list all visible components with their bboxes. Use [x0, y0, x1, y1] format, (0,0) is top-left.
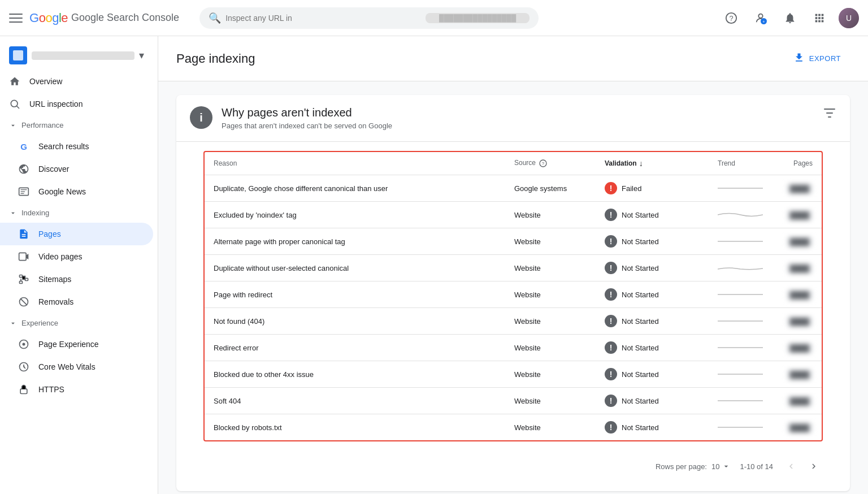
- help-icon[interactable]: ?: [721, 8, 741, 28]
- validation-status-icon: !: [605, 315, 617, 327]
- hamburger-menu[interactable]: [9, 14, 23, 23]
- pages-value: ████: [787, 210, 813, 220]
- validation-cell: ! Not Started: [596, 361, 709, 388]
- rows-per-page-select[interactable]: 10: [711, 462, 731, 471]
- card-header-text: Why pages aren't indexed Pages that aren…: [222, 106, 392, 130]
- pages-cell: ████: [776, 255, 822, 281]
- pages-icon: [18, 228, 29, 240]
- table-wrapper: Reason Source ? Validation: [203, 151, 823, 441]
- sidebar-item-google-news[interactable]: Google News: [0, 180, 153, 203]
- bell-icon[interactable]: [780, 8, 800, 28]
- sidebar-item-removals[interactable]: Removals: [0, 291, 153, 313]
- trend-chart: [718, 183, 763, 194]
- table-row[interactable]: Blocked by robots.txt Website ! Not Star…: [205, 414, 822, 441]
- sidebar-item-discover[interactable]: Discover: [0, 158, 153, 180]
- source-cell: Website: [505, 202, 596, 228]
- account-icon[interactable]: +: [750, 8, 771, 28]
- download-icon: [793, 52, 805, 65]
- video-icon: [18, 251, 29, 262]
- indexing-card: i Why pages aren't indexed Pages that ar…: [176, 95, 850, 491]
- svg-rect-24: [20, 389, 27, 393]
- search-results-label: Search results: [38, 142, 89, 151]
- validation-status-icon: !: [605, 209, 617, 221]
- core-web-vitals-label: Core Web Vitals: [38, 362, 96, 371]
- validation-status-icon: !: [605, 395, 617, 407]
- reason-cell: Duplicate without user-selected canonica…: [205, 255, 505, 281]
- trend-cell: [709, 388, 776, 414]
- validation-cell: ! Not Started: [596, 228, 709, 255]
- sidebar-item-https[interactable]: HTTPS: [0, 378, 153, 401]
- table-row[interactable]: Soft 404 Website ! Not Started ████: [205, 388, 822, 414]
- pages-cell: ████: [776, 228, 822, 255]
- next-page-button[interactable]: [805, 457, 823, 475]
- url-inspect-input[interactable]: [225, 14, 421, 23]
- export-button[interactable]: EXPORT: [784, 47, 850, 70]
- main-header: Page indexing EXPORT: [158, 36, 868, 81]
- sidebar-item-video-pages[interactable]: Video pages: [0, 245, 153, 268]
- table-row[interactable]: Duplicate without user-selected canonica…: [205, 255, 822, 281]
- sidebar-item-core-web-vitals[interactable]: Core Web Vitals: [0, 356, 153, 378]
- sidebar-item-page-experience[interactable]: Page Experience: [0, 333, 153, 356]
- svg-rect-6: [818, 14, 821, 16]
- validation-status-icon: !: [605, 421, 617, 434]
- table-row[interactable]: Redirect error Website ! Not Started ███…: [205, 335, 822, 361]
- filter-icon[interactable]: [823, 106, 836, 120]
- trend-chart: [718, 315, 763, 327]
- trend-cell: [709, 361, 776, 388]
- property-selector[interactable]: ██████████████ ▾: [0, 41, 153, 70]
- card-title: Why pages aren't indexed: [222, 106, 392, 119]
- table-row[interactable]: Duplicate, Google chose different canoni…: [205, 175, 822, 202]
- pages-label: Pages: [38, 229, 61, 239]
- card-header: i Why pages aren't indexed Pages that ar…: [176, 95, 850, 142]
- validation-cell: ! Not Started: [596, 308, 709, 335]
- validation-status-icon: !: [605, 182, 617, 194]
- table-row[interactable]: Alternate page with proper canonical tag…: [205, 228, 822, 255]
- grid-icon[interactable]: [809, 8, 830, 28]
- pages-cell: ████: [776, 308, 822, 335]
- table-row[interactable]: Not found (404) Website ! Not Started ██…: [205, 308, 822, 335]
- home-icon: [9, 76, 20, 87]
- table-row[interactable]: Page with redirect Website ! Not Started…: [205, 281, 822, 308]
- source-cell: Google systems: [505, 175, 596, 202]
- google-g-icon: G: [18, 141, 29, 152]
- svg-rect-10: [822, 17, 824, 19]
- svg-text:?: ?: [542, 161, 545, 166]
- table-row[interactable]: Blocked due to other 4xx issue Website !…: [205, 361, 822, 388]
- sidebar-item-sitemaps[interactable]: Sitemaps: [0, 268, 153, 291]
- column-validation[interactable]: Validation ↓: [596, 152, 709, 175]
- url-inspection-label: URL inspection: [29, 99, 83, 109]
- pages-cell: ████: [776, 281, 822, 308]
- pages-cell: ████: [776, 202, 822, 228]
- sidebar-item-overview[interactable]: Overview: [0, 70, 153, 93]
- svg-rect-17: [20, 275, 23, 278]
- sidebar-section-indexing[interactable]: Indexing: [0, 203, 153, 223]
- sidebar-item-pages[interactable]: Pages: [0, 223, 153, 245]
- sidebar-section-performance[interactable]: Performance: [0, 115, 153, 135]
- url-placeholder-blur: ████████████████: [426, 13, 530, 23]
- trend-chart: [718, 236, 763, 247]
- pagination: Rows per page: 10 1-10 of 14: [190, 450, 836, 482]
- removals-label: Removals: [38, 297, 73, 306]
- svg-rect-12: [818, 20, 821, 22]
- avatar[interactable]: U: [839, 8, 859, 28]
- source-cell: Website: [505, 255, 596, 281]
- column-reason: Reason: [205, 152, 505, 175]
- sidebar-item-url-inspection[interactable]: URL inspection: [0, 93, 153, 115]
- validation-cell: ! Not Started: [596, 255, 709, 281]
- page-range: 1-10 of 14: [740, 462, 773, 471]
- prev-page-button[interactable]: [782, 457, 800, 475]
- search-bar[interactable]: 🔍 ████████████████: [199, 7, 539, 29]
- validation-label: Not Started: [622, 237, 659, 246]
- logo[interactable]: Google Google Search Console: [29, 11, 179, 25]
- validation-label: Not Started: [622, 317, 659, 326]
- page-title: Page indexing: [176, 51, 255, 66]
- reason-cell: Redirect error: [205, 335, 505, 361]
- validation-label: Not Started: [622, 264, 659, 272]
- rows-per-page-value: 10: [711, 462, 719, 471]
- pages-value: ████: [787, 343, 813, 353]
- sidebar-section-experience[interactable]: Experience: [0, 313, 153, 333]
- sidebar-item-search-results[interactable]: G Search results: [0, 135, 153, 158]
- svg-rect-7: [822, 14, 824, 16]
- trend-cell: [709, 228, 776, 255]
- table-row[interactable]: Excluded by 'noindex' tag Website ! Not …: [205, 202, 822, 228]
